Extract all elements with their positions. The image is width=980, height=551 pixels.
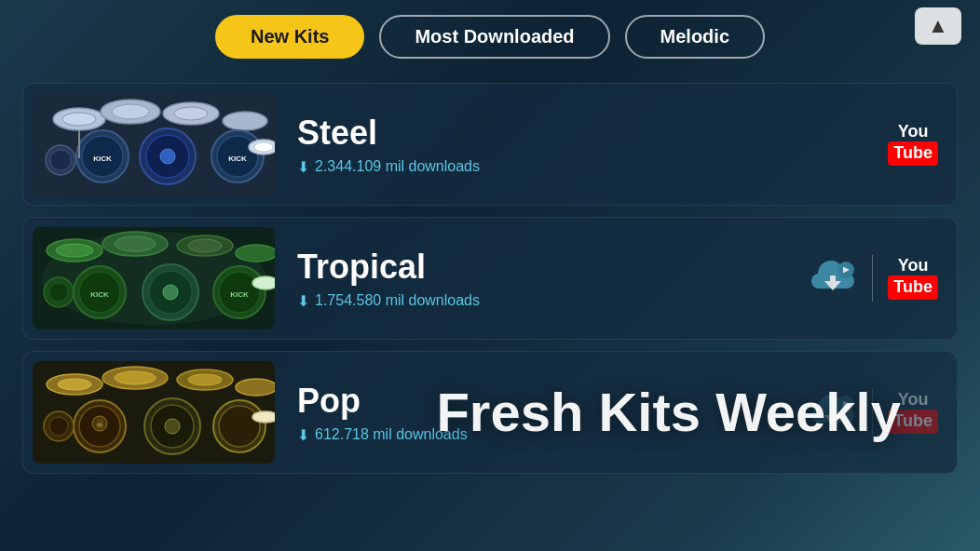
kit-info-pop: Pop ⬇ 612.718 mil downloads [275, 382, 809, 444]
kit-actions-steel: You Tube [888, 123, 938, 165]
cloud-download-icon-pop [809, 393, 857, 432]
svg-point-2 [62, 113, 96, 126]
kit-download-count-tropical: 1.754.580 mil downloads [315, 292, 480, 309]
tab-bar: New Kits Most Downloaded Melodic [0, 0, 980, 77]
youtube-button-pop[interactable]: You Tube [888, 391, 938, 433]
kit-thumbnail-tropical: KICK KICK [33, 227, 275, 329]
kit-download-count-pop: 612.718 mil downloads [315, 426, 468, 443]
svg-point-21 [254, 142, 273, 152]
kit-item-pop[interactable]: ☠ Pop ⬇ 612.718 mil downloads [22, 351, 958, 474]
scroll-up-button[interactable] [915, 7, 961, 45]
svg-point-53 [188, 374, 222, 385]
svg-point-61 [165, 419, 180, 434]
kit-list: KICK KICK Steel ⬇ 2.344.109 m [0, 77, 980, 479]
kit-download-count-steel: 2.344.109 mil downloads [315, 158, 480, 175]
download-arrow-pop: ⬇ [297, 426, 309, 444]
kit-info-tropical: Tropical ⬇ 1.754.580 mil downloads [275, 248, 809, 310]
kit-downloads-pop: ⬇ 612.718 mil downloads [297, 426, 809, 444]
kit-name-pop: Pop [297, 382, 809, 421]
svg-point-42 [252, 276, 275, 289]
kit-name-tropical: Tropical [297, 248, 809, 287]
svg-point-63 [219, 406, 260, 447]
divider-tropical [872, 255, 873, 302]
kit-item-tropical[interactable]: KICK KICK Tropical ⬇ 1.754.580 mil downl… [22, 217, 958, 340]
kit-item-steel[interactable]: KICK KICK Steel ⬇ 2.344.109 m [22, 83, 958, 206]
svg-text:☠: ☠ [96, 420, 103, 429]
svg-point-51 [115, 371, 156, 384]
download-arrow-tropical: ⬇ [297, 292, 309, 310]
tab-most-downloaded[interactable]: Most Downloaded [379, 15, 609, 59]
svg-text:KICK: KICK [230, 290, 249, 299]
kit-thumbnail-steel: KICK KICK [33, 93, 275, 195]
kit-downloads-tropical: ⬇ 1.754.580 mil downloads [297, 292, 809, 310]
svg-point-6 [174, 107, 208, 120]
download-button-pop[interactable] [809, 393, 857, 432]
svg-point-13 [160, 149, 175, 164]
download-button-tropical[interactable] [809, 259, 857, 298]
svg-point-27 [115, 236, 156, 251]
youtube-button-steel[interactable]: You Tube [888, 123, 938, 165]
svg-point-36 [163, 285, 178, 300]
svg-point-54 [236, 379, 275, 396]
svg-point-30 [236, 245, 275, 262]
svg-point-65 [49, 417, 68, 436]
tab-new-kits[interactable]: New Kits [215, 15, 364, 59]
kit-thumbnail-pop: ☠ [33, 361, 275, 464]
tab-melodic[interactable]: Melodic [625, 15, 765, 59]
svg-point-18 [50, 150, 71, 170]
svg-point-29 [188, 239, 222, 252]
download-arrow-steel: ⬇ [297, 158, 309, 176]
kit-info-steel: Steel ⬇ 2.344.109 mil downloads [275, 114, 888, 176]
svg-text:KICK: KICK [90, 290, 109, 299]
kit-name-steel: Steel [297, 114, 888, 153]
kit-actions-pop: You Tube [809, 389, 938, 436]
kit-actions-tropical: You Tube [809, 255, 938, 302]
youtube-button-tropical[interactable]: You Tube [888, 257, 938, 299]
cloud-download-icon [809, 259, 857, 298]
svg-point-66 [252, 411, 275, 423]
svg-point-41 [49, 283, 68, 302]
divider-pop [872, 389, 873, 436]
svg-point-4 [112, 104, 149, 119]
svg-text:KICK: KICK [93, 155, 112, 163]
svg-point-49 [58, 379, 91, 390]
svg-point-25 [56, 244, 93, 257]
kit-downloads-steel: ⬇ 2.344.109 mil downloads [297, 158, 888, 176]
svg-text:KICK: KICK [228, 155, 247, 163]
svg-point-7 [223, 112, 267, 130]
